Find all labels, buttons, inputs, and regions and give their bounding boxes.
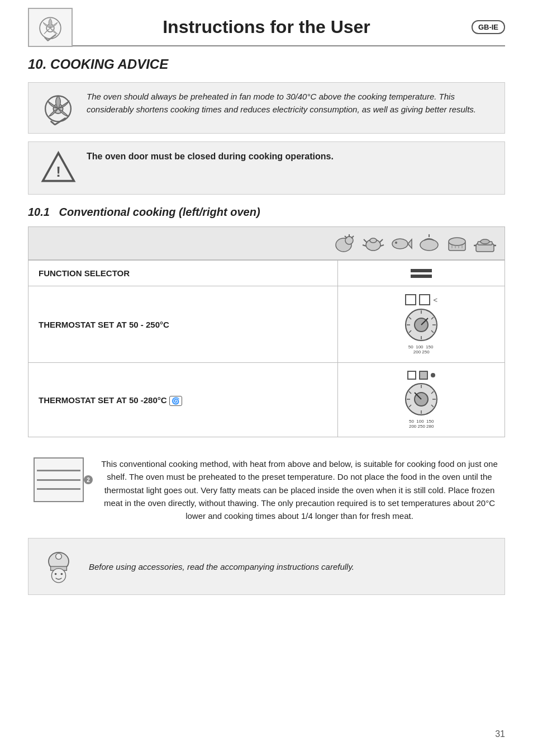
oven-rack-icon: 2 [34, 457, 84, 502]
thermostat-2-label: THERMOSTAT SET AT 50 -280°C 🌀 [28, 363, 338, 437]
fish-icon [389, 233, 413, 254]
thermostat-1-label: THERMOSTAT SET AT 50 - 250°C [28, 286, 338, 363]
svg-line-15 [380, 245, 384, 246]
shellfish-food-icon [361, 233, 385, 254]
svg-line-12 [364, 239, 367, 243]
chef-icon [39, 546, 79, 587]
svg-point-32 [480, 239, 489, 244]
svg-point-19 [395, 242, 397, 244]
warning-box: ! The oven door must be closed during co… [28, 141, 505, 195]
function-selector-label: FUNCTION SELECTOR [28, 261, 338, 286]
svg-point-20 [420, 239, 438, 251]
accessories-info-box: Before using accessories, read the accom… [28, 538, 505, 595]
svg-point-57 [51, 569, 65, 583]
roast-food-icon [417, 233, 441, 254]
preheat-text: The oven should always be preheated in f… [87, 91, 494, 116]
dial-1-svg [403, 307, 439, 343]
table-row: FUNCTION SELECTOR [28, 261, 505, 286]
thermostat-1-icon-cell: < [338, 286, 505, 363]
subsection-heading: 10.1 Conventional cooking (left/right ov… [28, 206, 505, 219]
svg-line-8 [351, 236, 354, 238]
svg-point-60 [56, 554, 62, 560]
table-row: THERMOSTAT SET AT 50 - 250°C < [28, 286, 505, 363]
rack-line-2 [37, 479, 80, 481]
svg-point-16 [370, 238, 377, 243]
header-logo [28, 8, 73, 47]
warning-icon-wrap: ! [39, 150, 78, 186]
func-line-2 [411, 275, 432, 278]
chef-icon-wrap [39, 546, 79, 587]
function-selector-icon-cell [338, 261, 505, 286]
rack-line-1 [37, 470, 80, 471]
warning-triangle-icon: ! [40, 150, 77, 186]
casserole-icon [473, 233, 497, 254]
function-selector-icon [348, 269, 494, 278]
logo-icon [34, 12, 67, 42]
conventional-text: This conventional cooking method, with h… [99, 457, 499, 522]
thermostat-2-icon-cell: 50 100 150200 250 280 [338, 363, 505, 437]
rack-line-3 [37, 488, 80, 490]
svg-line-10 [345, 236, 347, 238]
func-line-1 [411, 269, 432, 272]
bread-icon [445, 233, 469, 254]
svg-marker-18 [408, 239, 412, 248]
fan-preheat-icon [39, 91, 77, 125]
page-number: 31 [495, 729, 505, 739]
conventional-cooking-block: 2 This conventional cooking method, with… [28, 450, 505, 530]
svg-point-17 [392, 239, 408, 249]
section-heading: 10. COOKING ADVICE [28, 56, 505, 72]
svg-line-14 [363, 245, 366, 246]
cooking-icons-bar [28, 226, 505, 260]
chicken-food-icon [334, 233, 357, 254]
dial-2-svg [403, 381, 439, 417]
gb-ie-badge: GB-IE [472, 20, 505, 34]
oven-rack-wrap: 2 [34, 457, 89, 502]
casserole-food-icon [473, 233, 497, 254]
chicken-icon [334, 233, 357, 254]
svg-point-58 [55, 573, 57, 575]
svg-text:!: ! [56, 163, 61, 180]
svg-line-13 [379, 239, 383, 243]
rack-number-badge: 2 [84, 475, 93, 484]
preheat-info-box: The oven should always be preheated in f… [28, 82, 505, 134]
roast-icon [417, 233, 441, 254]
crab-icon [361, 233, 385, 254]
warning-text: The oven door must be closed during cook… [87, 150, 334, 163]
page-title: Instructions for the User [28, 17, 505, 37]
fish-food-icon [389, 233, 413, 254]
header: Instructions for the User GB-IE [28, 17, 505, 46]
accessories-text: Before using accessories, read the accom… [89, 561, 354, 573]
fan-icon-wrap [39, 91, 78, 125]
settings-table: FUNCTION SELECTOR THERMOSTAT SET AT 50 -… [28, 260, 505, 437]
table-row: THERMOSTAT SET AT 50 -280°C 🌀 [28, 363, 505, 437]
svg-point-23 [449, 238, 465, 245]
bread-food-icon [445, 233, 469, 254]
svg-point-59 [61, 573, 63, 575]
